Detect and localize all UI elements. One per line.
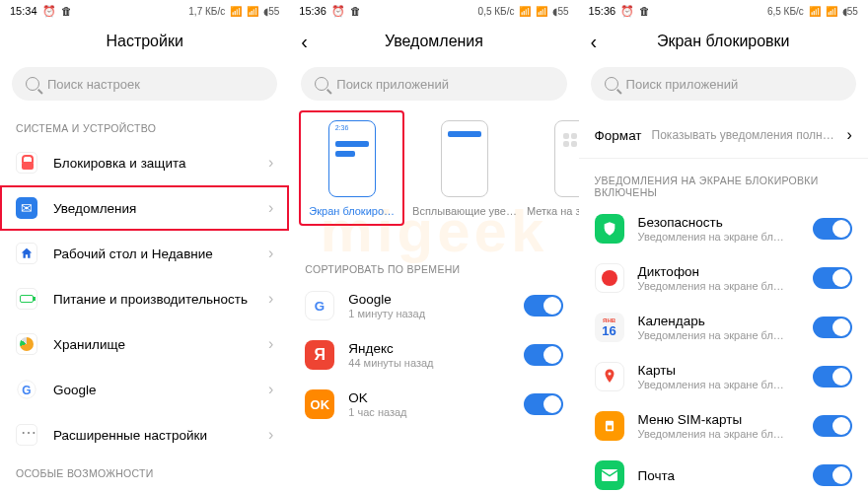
app-row-sim-menu[interactable]: Меню SIM-картыУведомления на экране бл… [579, 401, 868, 451]
page-title: Уведомления [385, 33, 483, 50]
chevron-right-icon: › [268, 245, 273, 262]
status-bar: 15:36⏰🗑 0,5 КБ/с📶📶◖55 [289, 0, 578, 22]
status-bar: 15:36⏰🗑 6,5 КБ/с📶📶◖55 [579, 0, 868, 22]
battery-icon [16, 288, 37, 310]
page-title: Экран блокировки [657, 33, 790, 50]
maps-icon [595, 362, 624, 391]
toggle-maps[interactable] [813, 366, 852, 387]
row-home-recents[interactable]: Рабочий стол и Недавние › [0, 231, 289, 276]
section-sort-time: СОРТИРОВАТЬ ПО ВРЕМЕНИ [289, 253, 578, 281]
app-row-security[interactable]: БезопасностьУведомления на экране бл… [579, 204, 868, 253]
app-row-yandex[interactable]: Я Яндекс44 минуты назад [289, 330, 578, 380]
storage-icon [16, 333, 37, 355]
page-title: Настройки [106, 33, 182, 50]
row-google[interactable]: G Google › [0, 367, 289, 412]
app-row-ok[interactable]: OK OK1 час назад [289, 380, 578, 429]
toggle-recorder[interactable] [813, 267, 852, 289]
pane-notifications: migeek 15:36⏰🗑 0,5 КБ/с📶📶◖55 ‹ Уведомлен… [289, 0, 578, 493]
google-icon: G [305, 291, 334, 320]
section-lockscreen-enabled: УВЕДОМЛЕНИЯ НА ЭКРАНЕ БЛОКИРОВКИ ВКЛЮЧЕН… [579, 165, 868, 204]
toggle-security[interactable] [813, 218, 852, 240]
yandex-icon: Я [305, 340, 334, 370]
row-advanced[interactable]: Расширенные настройки › [0, 412, 289, 458]
header: ‹ Уведомления [289, 22, 578, 61]
toggle-calendar[interactable] [813, 317, 852, 338]
search-input[interactable]: Поиск приложений [301, 67, 566, 101]
search-placeholder: Поиск настроек [47, 77, 140, 92]
chevron-right-icon: › [268, 290, 273, 308]
app-row-maps[interactable]: КартыУведомления на экране бл… [579, 352, 868, 401]
toggle-yandex[interactable] [524, 344, 563, 366]
trash-icon: 🗑 [61, 5, 72, 17]
google-icon: G [16, 379, 37, 400]
row-storage[interactable]: Хранилище › [0, 321, 289, 367]
option-lockscreen[interactable]: 2:36 Экран блокиро… [309, 120, 395, 218]
chevron-right-icon: › [268, 381, 273, 398]
pane-settings: 15:34⏰🗑 1,7 КБ/с📶📶◖55 Настройки Поиск на… [0, 0, 289, 493]
pane-lockscreen: 15:36⏰🗑 6,5 КБ/с📶📶◖55 ‹ Экран блокировки… [579, 0, 868, 493]
shield-icon [595, 214, 624, 244]
ok-icon: OK [305, 389, 334, 419]
status-bar: 15:34⏰🗑 1,7 КБ/с📶📶◖55 [0, 0, 289, 22]
sim-icon [595, 411, 624, 441]
bell-icon: ✉ [16, 197, 37, 219]
net-speed: 1,7 КБ/с [188, 6, 225, 17]
battery-icon: ◖55 [263, 6, 279, 17]
option-lockscreen-highlight: 2:36 Экран блокиро… [301, 112, 402, 224]
search-icon [605, 77, 618, 91]
search-icon [315, 77, 328, 91]
search-input[interactable]: Поиск приложений [591, 67, 856, 101]
chevron-right-icon: › [847, 126, 852, 144]
wifi-icon: 📶 [247, 6, 258, 17]
toggle-mail[interactable] [813, 464, 852, 486]
row-power-perf[interactable]: Питание и производительность › [0, 276, 289, 321]
option-floating[interactable]: Всплывающие уве… [412, 112, 517, 224]
svg-text:G: G [22, 384, 31, 397]
home-icon [16, 243, 37, 264]
back-button[interactable]: ‹ [301, 31, 308, 53]
mail-icon [595, 460, 624, 490]
app-row-mail[interactable]: Почта [579, 451, 868, 493]
header: ‹ Экран блокировки [579, 22, 868, 61]
svg-point-3 [608, 373, 611, 376]
option-badge[interactable]: Метка на значке п… [527, 112, 579, 224]
recorder-icon [595, 263, 624, 293]
dots-icon [16, 424, 37, 446]
chevron-right-icon: › [268, 335, 273, 353]
back-button[interactable]: ‹ [591, 31, 598, 53]
toggle-sim[interactable] [813, 415, 852, 437]
signal-icon: 📶 [230, 6, 242, 17]
app-row-recorder[interactable]: ДиктофонУведомления на экране бл… [579, 253, 868, 303]
svg-rect-5 [607, 425, 612, 429]
app-row-google[interactable]: G Google1 минуту назад [289, 281, 578, 330]
calendar-icon: ЯНВ16 [595, 313, 624, 342]
svg-text:G: G [315, 299, 325, 314]
row-notifications[interactable]: ✉ Уведомления › [0, 185, 289, 231]
toggle-ok[interactable] [524, 393, 563, 415]
search-input[interactable]: Поиск настроек [12, 67, 277, 101]
row-lock-protect[interactable]: Блокировка и защита › [0, 140, 289, 185]
row-format[interactable]: Формат Показывать уведомления полностью … [579, 112, 868, 159]
app-row-calendar[interactable]: ЯНВ16 КалендарьУведомления на экране бл… [579, 303, 868, 352]
chevron-right-icon: › [268, 199, 273, 217]
toggle-google[interactable] [524, 295, 563, 317]
lock-icon [16, 152, 37, 174]
section-accessibility: ОСОБЫЕ ВОЗМОЖНОСТИ [0, 458, 289, 485]
chevron-right-icon: › [268, 154, 273, 172]
alarm-icon: ⏰ [42, 5, 56, 18]
chevron-right-icon: › [268, 426, 273, 444]
section-system-device: СИСТЕМА И УСТРОЙСТВО [0, 112, 289, 140]
status-time: 15:34 [10, 5, 37, 17]
header: Настройки [0, 22, 289, 61]
search-icon [26, 77, 39, 91]
